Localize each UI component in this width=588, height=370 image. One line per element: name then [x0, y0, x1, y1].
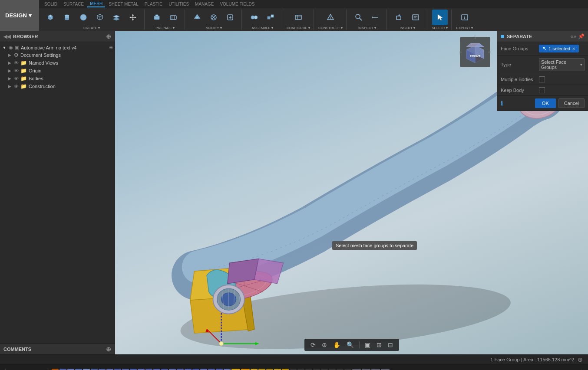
inspect-tool-1[interactable] [351, 10, 367, 25]
timeline-start-btn[interactable]: |◀ [3, 368, 13, 370]
tl-marker-7[interactable] [99, 369, 106, 370]
keep-body-checkbox[interactable] [539, 87, 545, 93]
tl-marker-1[interactable] [52, 369, 59, 370]
modify-label[interactable]: MODIFY▾ [205, 26, 221, 30]
tl-marker-15[interactable] [161, 369, 168, 370]
tree-item-named-views[interactable]: ▶ 👁 📁 Named Views [0, 59, 115, 67]
select-label[interactable]: SELECT▾ [432, 26, 448, 30]
tree-expand-root[interactable]: ▼ [2, 45, 7, 50]
assemble-tool-1[interactable] [246, 10, 262, 25]
tl-marker-21[interactable] [208, 369, 215, 370]
tab-mesh[interactable]: MESH [87, 1, 105, 7]
insert-tool-1[interactable] [391, 10, 407, 25]
face-groups-selected-badge[interactable]: ↖ 1 selected ✕ [539, 45, 579, 52]
visual-style-btn[interactable]: ⊟ [386, 341, 395, 349]
box-tool[interactable] [43, 10, 58, 25]
tl-marker-18[interactable] [185, 369, 192, 370]
tl-marker-g3[interactable] [305, 369, 312, 370]
tl-marker-g5[interactable] [321, 369, 328, 370]
tab-surface[interactable]: SURFACE [61, 1, 86, 7]
timeline-settings-btn[interactable]: ⚙ [579, 369, 585, 370]
tl-marker-g1[interactable] [290, 369, 297, 370]
grid-btn[interactable]: ⊞ [375, 341, 383, 349]
ok-button[interactable]: OK [535, 98, 556, 108]
plane-tool[interactable] [109, 10, 124, 25]
tl-marker-3[interactable] [67, 369, 74, 370]
tl-marker-6[interactable] [91, 369, 98, 370]
tl-marker-10[interactable] [122, 369, 129, 370]
tab-volume-fields[interactable]: VOLUME FIELDS [217, 1, 257, 7]
tl-marker-28[interactable] [266, 369, 273, 370]
tree-expand-doc[interactable]: ▶ [7, 52, 12, 58]
named-views-eye-icon[interactable]: 👁 [14, 60, 19, 65]
tl-marker-move1[interactable] [352, 369, 361, 370]
tl-marker-30[interactable] [282, 369, 289, 370]
tl-marker-8[interactable] [106, 369, 113, 370]
tl-marker-move4[interactable] [381, 369, 390, 370]
timeline-end-btn[interactable]: ▶| [41, 368, 50, 370]
tl-marker-17[interactable] [177, 369, 184, 370]
prepare-label[interactable]: PREPARE▾ [155, 26, 175, 30]
move-tool[interactable] [125, 10, 141, 25]
inspect-label[interactable]: INSPECT▾ [358, 26, 376, 30]
tl-marker-25[interactable] [241, 369, 250, 370]
bodies-eye-icon[interactable]: 👁 [14, 76, 19, 81]
tree-root-item[interactable]: ▼ ◉ ▣ Automotive Arm no text v4 ⊕ [0, 44, 115, 51]
viewcube-svg[interactable]: FRONT Z Y X [458, 35, 492, 69]
tree-item-construction[interactable]: ▶ 👁 📁 Construction [0, 82, 115, 90]
tab-utilities[interactable]: UTILITIES [166, 1, 192, 7]
tl-marker-12[interactable] [138, 369, 145, 370]
tl-marker-13[interactable] [145, 369, 152, 370]
fit-btn[interactable]: 🔍 [345, 341, 356, 349]
cylinder-tool[interactable] [59, 10, 75, 25]
tl-marker-27[interactable] [258, 369, 265, 370]
modify-tool-3[interactable] [222, 10, 238, 25]
tl-marker-24[interactable] [231, 369, 240, 370]
tl-marker-16[interactable] [169, 369, 176, 370]
modify-tool-1[interactable] [189, 10, 205, 25]
tl-marker-g7[interactable] [337, 369, 344, 370]
comments-add-btn[interactable]: ⊕ [106, 346, 111, 353]
inspect-tool-2[interactable] [367, 10, 383, 25]
viewport[interactable]: Select mesh face groups to separate FRON… [115, 31, 588, 354]
separate-pin-btn[interactable]: 📌 [578, 33, 585, 39]
type-dropdown[interactable]: Select Face Groups ▾ [539, 58, 585, 71]
timeline-pause-btn[interactable]: ⏸ [31, 368, 40, 370]
browser-collapse-btn[interactable]: ◀◀ [3, 34, 10, 39]
tl-marker-19[interactable] [192, 369, 199, 370]
tab-solid[interactable]: SOLID [42, 1, 60, 7]
tl-marker-5[interactable] [83, 369, 90, 370]
root-item-action[interactable]: ⊕ [109, 45, 113, 50]
insert-label[interactable]: INSERT▾ [400, 26, 415, 30]
tl-marker-23[interactable] [224, 369, 231, 370]
modify-tool-2[interactable] [206, 10, 221, 25]
tl-marker-g8[interactable] [344, 369, 351, 370]
zoom-tool[interactable]: ✋ [331, 341, 342, 349]
prepare-tool-2[interactable] [165, 10, 181, 25]
origin-eye-icon[interactable]: 👁 [14, 68, 19, 73]
tree-expand-bodies[interactable]: ▶ [7, 76, 12, 81]
tl-marker-14[interactable] [153, 369, 160, 370]
tab-manage[interactable]: MANAGE [192, 1, 216, 7]
separate-expand-btn[interactable]: «» [571, 33, 576, 39]
browser-add-btn[interactable]: ⊕ [106, 33, 111, 40]
mesh-box-tool[interactable] [92, 10, 108, 25]
tl-marker-9[interactable] [114, 369, 121, 370]
timeline-prev-btn[interactable]: ◀ [14, 368, 21, 370]
expand-icon[interactable]: ⊕ [578, 356, 583, 363]
orbit-btn[interactable]: ⟳ [309, 341, 317, 349]
tl-marker-g2[interactable] [297, 369, 304, 370]
insert-tool-2[interactable] [408, 10, 423, 25]
display-mode-btn[interactable]: ▣ [363, 341, 372, 349]
tree-expand-construction[interactable]: ▶ [7, 84, 12, 89]
pan-tool[interactable]: ⊕ [320, 341, 329, 349]
info-icon[interactable]: ℹ [501, 100, 503, 107]
cancel-button[interactable]: Cancel [558, 98, 585, 108]
visibility-icon-root[interactable]: ◉ [9, 45, 13, 50]
tree-item-bodies[interactable]: ▶ 👁 📁 Bodies [0, 75, 115, 82]
design-button[interactable]: DESIGN ▾ [0, 0, 39, 31]
tl-marker-move3[interactable] [371, 369, 380, 370]
configure-tool-1[interactable] [291, 10, 306, 25]
tl-marker-4[interactable] [75, 369, 82, 370]
construction-eye-icon[interactable]: 👁 [14, 84, 19, 89]
